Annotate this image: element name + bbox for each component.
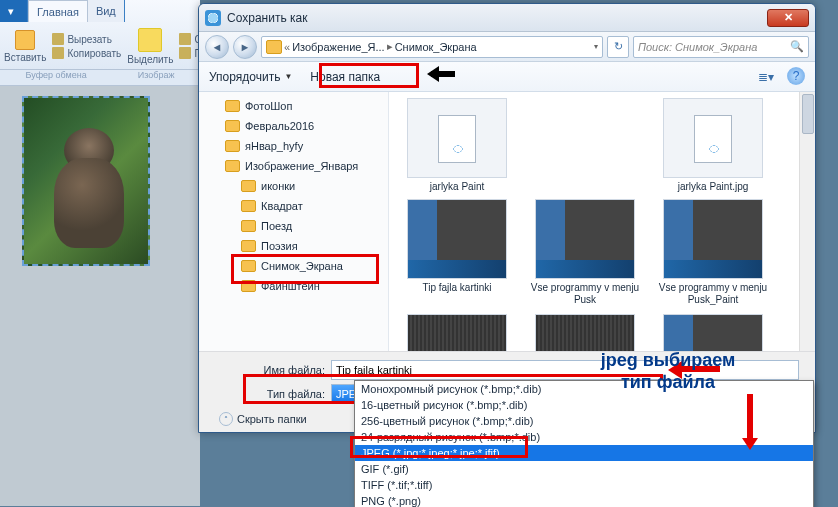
folder-tree[interactable]: ФотоШопФевраль2016яНвар_hyfyИзображение_… [199, 92, 389, 351]
filetype-option[interactable]: GIF (*.gif) [355, 461, 813, 477]
annotation-arrow-newfolder [427, 66, 463, 82]
organize-button[interactable]: Упорядочить▼ [209, 70, 292, 84]
file-item[interactable] [399, 314, 515, 351]
tree-item[interactable]: Фаинштеин [199, 276, 388, 296]
paint-app-button[interactable]: ▾ [0, 0, 28, 22]
folder-icon [241, 200, 256, 212]
tab-view[interactable]: Вид [88, 0, 125, 22]
nav-bar: ◄ ► « Изображение_Я... ▸ Снимок_Экрана ▾… [199, 32, 815, 62]
tree-item[interactable]: иконки [199, 176, 388, 196]
folder-icon [241, 240, 256, 252]
filetype-option[interactable]: PNG (*.png) [355, 493, 813, 507]
search-input[interactable]: Поиск: Снимок_Экрана 🔍 [633, 36, 809, 58]
dialog-title: Сохранить как [227, 11, 767, 25]
annotation-text-line1: jpeg выбираем [568, 350, 768, 372]
filetype-label: Тип файла: [249, 388, 325, 400]
file-thumb [407, 314, 507, 351]
rotate-icon [179, 47, 191, 59]
breadcrumb-seg-1[interactable]: Изображение_Я... [292, 41, 385, 53]
crop-icon [179, 33, 191, 45]
chevron-up-icon: ˄ [219, 412, 233, 426]
file-thumb [663, 314, 763, 351]
file-grid[interactable]: jarlyka Paint jarlyka Paint.jpg Tip fajl… [389, 92, 815, 351]
cut-button[interactable]: Вырезать [52, 32, 121, 46]
tree-item[interactable]: яНвар_hyfy [199, 136, 388, 156]
close-button[interactable]: ✕ [767, 9, 809, 27]
folder-icon [225, 120, 240, 132]
file-thumb [535, 314, 635, 351]
help-button[interactable]: ? [787, 67, 805, 85]
filename-label: Имя файла: [249, 364, 325, 376]
cat-body-shape [54, 158, 124, 248]
canvas-image[interactable] [22, 96, 150, 266]
breadcrumb[interactable]: « Изображение_Я... ▸ Снимок_Экрана ▾ [261, 36, 603, 58]
cut-icon [52, 33, 64, 45]
folder-icon [225, 160, 240, 172]
paste-button[interactable]: Вставить [4, 30, 46, 63]
new-folder-button[interactable]: Новая папка [310, 70, 380, 84]
folder-icon [266, 40, 282, 54]
file-item[interactable] [655, 314, 771, 351]
copy-button[interactable]: Копировать [52, 46, 121, 60]
file-thumb [407, 199, 507, 279]
annotation-arrow-dropdown [742, 394, 758, 450]
file-thumb [407, 98, 507, 178]
folder-icon [225, 140, 240, 152]
view-mode-button[interactable]: ≣▾ [755, 67, 777, 87]
tree-item[interactable]: ФотоШоп [199, 96, 388, 116]
tree-item[interactable]: Снимок_Экрана [199, 256, 388, 276]
tree-item[interactable]: Февраль2016 [199, 116, 388, 136]
search-icon: 🔍 [790, 40, 804, 53]
file-grid-scrollbar[interactable] [799, 92, 815, 351]
file-item[interactable]: Vse programmy v menju Pusk_Paint [655, 199, 771, 306]
tab-main[interactable]: Главная [28, 0, 88, 22]
select-icon [138, 28, 162, 52]
folder-icon [241, 180, 256, 192]
breadcrumb-seg-2[interactable]: Снимок_Экрана [395, 41, 477, 53]
refresh-button[interactable]: ↻ [607, 36, 629, 58]
file-item[interactable]: jarlyka Paint [399, 98, 515, 193]
folder-icon [241, 280, 256, 292]
file-thumb [663, 199, 763, 279]
annotation-text-line2: тип файла [568, 372, 768, 393]
dialog-titlebar[interactable]: Сохранить как ✕ [199, 4, 815, 32]
nav-back-button[interactable]: ◄ [205, 35, 229, 59]
folder-icon [225, 100, 240, 112]
paint-canvas[interactable] [0, 86, 200, 506]
file-item[interactable]: jarlyka Paint.jpg [655, 98, 771, 193]
select-button[interactable]: Выделить [127, 28, 173, 65]
ribbon-group-labels: Буфер обмена Изображ [0, 70, 200, 86]
nav-forward-button[interactable]: ► [233, 35, 257, 59]
dialog-icon [205, 10, 221, 26]
folder-icon [241, 220, 256, 232]
paste-icon [15, 30, 35, 50]
file-thumb [535, 199, 635, 279]
tree-item[interactable]: Изображение_Января [199, 156, 388, 176]
dialog-body: ФотоШопФевраль2016яНвар_hyfyИзображение_… [199, 92, 815, 351]
filetype-option[interactable]: TIFF (*.tif;*.tiff) [355, 477, 813, 493]
copy-icon [52, 47, 64, 59]
toolbar: Упорядочить▼ Новая папка ≣▾ ? [199, 62, 815, 92]
file-item[interactable]: Vse programmy v menju Pusk [527, 199, 643, 306]
file-item[interactable] [527, 314, 643, 351]
tree-item[interactable]: Квадрат [199, 196, 388, 216]
hide-folders-button[interactable]: ˄ Скрыть папки [219, 412, 307, 426]
file-thumb [663, 98, 763, 178]
tree-item[interactable]: Поезд [199, 216, 388, 236]
paint-ribbon: ▾ Главная Вид Вставить Вырезать Копирова… [0, 0, 200, 70]
file-item[interactable]: Tip fajla kartinki [399, 199, 515, 306]
folder-icon [241, 260, 256, 272]
scrollbar-thumb[interactable] [802, 94, 814, 134]
tree-item[interactable]: Поэзия [199, 236, 388, 256]
